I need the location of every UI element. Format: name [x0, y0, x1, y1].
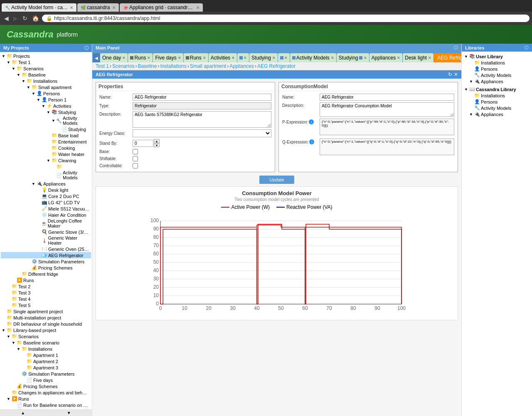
address-bar[interactable]: 🔒 https://cassandra.iti.gr:8443/cassandr… — [42, 15, 530, 22]
standby-down[interactable]: ▼ — [154, 143, 160, 147]
tab-nav-left[interactable]: ◀ — [93, 53, 100, 62]
tree-row[interactable]: 🍳 Generic Stove (3/9 Smal... — [1, 229, 91, 235]
prop-name-input[interactable] — [133, 94, 271, 101]
tree-row[interactable]: 📺 LG 42" LCD TV — [1, 199, 91, 206]
tab-activity-models[interactable]: Activity Models ✕ — [290, 53, 336, 62]
tree-row[interactable]: 📁 Changes in appliances and behaviour... — [1, 389, 91, 396]
breadcrumb-aeg[interactable]: AEG Refrigerator — [257, 63, 296, 69]
tree-row[interactable]: 📄 Studying — [1, 126, 91, 132]
tree-row[interactable]: ▼ 👤 Persons — [1, 90, 91, 97]
q-expr-info-icon[interactable]: i — [309, 139, 314, 144]
tree-row[interactable]: ⚙️ Simulation Parameters — [1, 371, 91, 377]
prop-type-input[interactable] — [133, 102, 271, 109]
tree-row[interactable]: 🌡️ Generic Water Heater — [1, 235, 91, 246]
tree-row[interactable]: ▼ ⚡ Activities — [1, 103, 91, 109]
forward-button[interactable]: ▶ — [12, 14, 20, 22]
tab-activities[interactable]: Activities ✕ — [209, 53, 237, 62]
tab-studying[interactable]: Studying ✕ — [249, 53, 278, 62]
browser-tab-1[interactable]: 🔧 Activity Model form · cass... ✕ — [2, 3, 76, 12]
tab-desk-light[interactable]: Desk light ✕ — [403, 53, 433, 62]
tree-row[interactable]: ▼ 📁 Scenarios — [1, 333, 91, 339]
tree-row[interactable]: ▼ 📁 Cleaning — [1, 157, 91, 163]
cass-lib-persons[interactable]: 👤 Persons — [463, 99, 530, 105]
tree-row[interactable]: 📁 Apartment 3 — [1, 364, 91, 371]
prop-base-checkbox[interactable] — [133, 149, 138, 154]
tree-row[interactable]: 💻 Core 2 Duo PC — [1, 193, 91, 199]
tree-row[interactable]: ▼ 📁 Scenarios — [1, 65, 91, 72]
tab-five-days-close[interactable]: ✕ — [178, 56, 181, 60]
tab-empty-1[interactable]: ✕ — [237, 53, 249, 62]
tree-row[interactable]: ▼ ▶️ Runs — [1, 396, 91, 402]
tree-row[interactable]: ▼ 🔌 Appliances — [1, 181, 91, 187]
tab-five-days[interactable]: Five days ✕ — [153, 53, 183, 62]
tab-activity-models-close[interactable]: ✕ — [331, 56, 334, 60]
breadcrumb-baseline[interactable]: Baseline — [138, 63, 157, 69]
standby-stepper[interactable]: ▲ ▼ — [133, 139, 271, 147]
p-expr-info-icon[interactable]: i — [309, 119, 314, 124]
prop-controllable-checkbox[interactable] — [133, 163, 138, 168]
tree-row[interactable]: ▼ 📁 Baseline — [1, 72, 91, 78]
tree-row[interactable]: 📁 Water heater — [1, 151, 91, 157]
user-lib-activity-models[interactable]: 🔧 Activity Models — [463, 72, 530, 78]
tree-row[interactable]: 🍽️ Generic Oven (250 Degr... — [1, 246, 91, 252]
prop-shiftable-checkbox[interactable] — [133, 156, 138, 161]
tree-row[interactable]: 🧹 Miele S512 Vacuum Cle... — [1, 206, 91, 212]
cass-lib-installations[interactable]: 📁 Installations — [463, 92, 530, 99]
tab-appliances[interactable]: Appliances ✕ — [369, 53, 403, 62]
tree-row[interactable]: 📁 Apartment 2 — [1, 358, 91, 364]
panel-close-button[interactable]: ✕ — [454, 72, 458, 77]
tree-row[interactable]: ▼ 📚 Studying — [1, 109, 91, 115]
tab-aeg-refrigerator[interactable]: AEG Refrigerator ✕ — [434, 53, 461, 62]
main-scroll-content[interactable]: Properties Name: Type: Descr — [92, 79, 461, 416]
tab-desk-light-close[interactable]: ✕ — [428, 56, 431, 60]
tab-empty1-close[interactable]: ✕ — [244, 56, 247, 60]
tree-row[interactable]: 📁 Multi-installation project — [1, 314, 91, 321]
tree-row[interactable]: 📄 Activity Models — [1, 170, 91, 181]
tree-row[interactable]: 📁 Test 5 — [1, 302, 91, 308]
panel-refresh-button[interactable]: ↻ — [448, 72, 452, 77]
tab-one-day[interactable]: One day ✕ — [100, 53, 128, 62]
user-lib-persons[interactable]: 👤 Persons — [463, 66, 530, 72]
tree-row[interactable]: ▼ 📁 Test 1 — [1, 59, 91, 65]
cm-desc-textarea[interactable]: AEG Refrigerator Consumption Model — [320, 102, 454, 117]
tree-row[interactable]: ❄️ Haier Air Condition — [1, 212, 91, 218]
tab-one-day-close[interactable]: ✕ — [122, 56, 126, 60]
tree-row[interactable]: ▼ 👤 Person 1 — [1, 97, 91, 103]
breadcrumb-small-apartment[interactable]: Small apartment — [190, 63, 226, 69]
tree-row[interactable]: ▼ 📁 Small apartment — [1, 84, 91, 90]
tree-row[interactable]: 📁 Single apartment project — [1, 308, 91, 314]
prop-desc-textarea[interactable]: AEG Santo S75388KG2 Refrigerator — [133, 111, 271, 128]
tab-studying2-close[interactable]: ✕ — [364, 56, 367, 60]
tree-row[interactable]: ▼ 🔧 Activity Models — [1, 115, 91, 126]
browser-tab-2[interactable]: 🌿 cassandra ✕ — [77, 3, 119, 12]
update-button[interactable]: Update — [259, 176, 294, 184]
left-panel-expand-icon[interactable]: ⬡ — [84, 45, 89, 51]
tree-row[interactable]: ▼ 📁 Baseline scenario — [1, 339, 91, 346]
tree-row[interactable]: 💰 Pricing Schemes — [1, 265, 91, 271]
tab-studying-2[interactable]: Studying ✕ — [337, 53, 369, 62]
user-lib-appliances[interactable]: ▼ 🔌 Appliances — [463, 78, 530, 84]
tab-runs-2[interactable]: Runs ✕ — [184, 53, 208, 62]
tree-row[interactable]: 💡 Desk light — [1, 187, 91, 193]
tree-row[interactable]: ▶️ Runs — [1, 277, 91, 283]
user-lib-installations[interactable]: 📁 Installations — [463, 59, 530, 66]
tree-row[interactable]: ▼ 📁 Installations — [1, 346, 91, 352]
breadcrumb-appliances[interactable]: Appliances — [229, 63, 254, 69]
libraries-expand-icon[interactable]: ⬡ — [525, 45, 529, 50]
browser-tab-3[interactable]: 🐙 Appliances grid · cassandra... ✕ — [120, 3, 203, 12]
tree-row[interactable]: ▼ 📁 Installations — [1, 78, 91, 84]
tree-row[interactable]: ☕ DeLonghi Coffee Maker — [1, 218, 91, 229]
tree-row[interactable]: 📁 DR behaviour of single household — [1, 321, 91, 327]
right-sidebar-content[interactable]: ▼ 📚 User Library 📁 Installations 👤 Perso… — [462, 52, 532, 416]
tree-row[interactable]: 📁 Apartment 1 — [1, 352, 91, 358]
tabs-bar[interactable]: ◀ One day ✕ Runs ✕ Five days ✕ Runs — [92, 52, 461, 62]
tab-runs-1[interactable]: Runs ✕ — [128, 53, 153, 62]
tree-row[interactable]: 📄 Five days — [1, 377, 91, 383]
breadcrumb-scenarios[interactable]: Scenarios — [112, 63, 134, 69]
tree-row[interactable]: 📄 Run for Baseline scenario on 2013060..… — [1, 402, 91, 408]
left-sidebar-scroll[interactable]: ▼ 📁 Projects ▼ 📁 Test 1 ▼ 📁 Scenarios — [0, 52, 92, 409]
tree-row[interactable]: 📁 Base load — [1, 132, 91, 139]
tab2-close[interactable]: ✕ — [112, 5, 116, 10]
tree-row[interactable]: ⚙️ Simulation Parameters — [1, 258, 91, 265]
scroll-down-button[interactable]: ▼ — [46, 410, 92, 416]
